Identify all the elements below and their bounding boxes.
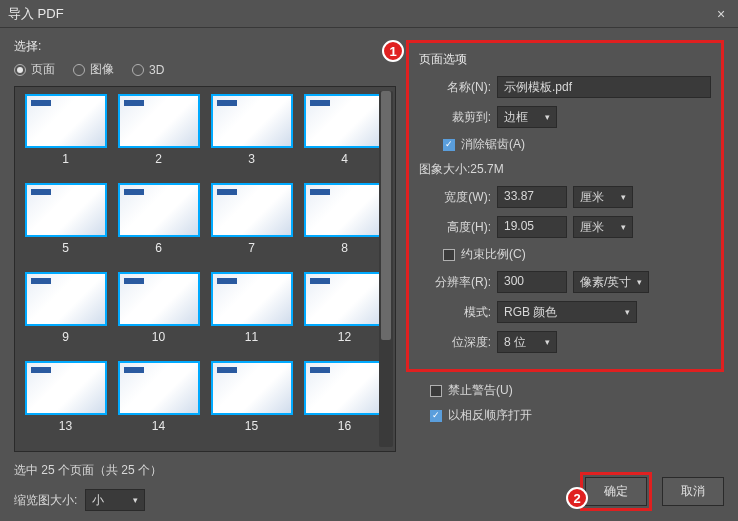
chevron-down-icon: ▾ [545, 337, 550, 347]
thumbnail-cell[interactable]: 8 [298, 180, 391, 269]
chevron-down-icon: ▾ [621, 222, 626, 232]
thumbnail-number: 2 [155, 152, 162, 166]
thumbnail-cell[interactable]: 11 [205, 269, 298, 358]
chevron-down-icon: ▾ [133, 495, 138, 505]
thumbnail-number: 13 [59, 419, 72, 433]
thumbnail [211, 272, 293, 326]
thumbnail [304, 272, 386, 326]
preview-size-label: 缩览图大小: [14, 492, 77, 509]
thumbnail [304, 94, 386, 148]
cropto-label: 裁剪到: [419, 109, 491, 126]
preview-size-select[interactable]: 小▾ [85, 489, 145, 511]
image-size-title: 图象大小:25.7M [419, 161, 711, 178]
resolution-unit-select[interactable]: 像素/英寸▾ [573, 271, 649, 293]
thumbnail-cell[interactable]: 15 [205, 358, 298, 447]
thumbnails-grid[interactable]: 12345678910111213141516 [15, 87, 395, 451]
radio-page[interactable]: 页面 [14, 61, 55, 78]
thumbnail-number: 7 [248, 241, 255, 255]
thumbnail-cell[interactable]: 16 [298, 358, 391, 447]
width-field[interactable]: 33.87 [497, 186, 567, 208]
page-options-panel: 页面选项 名称(N): 示例模板.pdf 裁剪到: 边框▾ 消除锯齿(A) 图象… [406, 40, 724, 372]
thumbnail-number: 6 [155, 241, 162, 255]
antialias-label: 消除锯齿(A) [461, 136, 525, 153]
scrollbar[interactable] [379, 91, 393, 447]
select-label: 选择: [14, 38, 396, 55]
name-field[interactable]: 示例模板.pdf [497, 76, 711, 98]
reverse-label: 以相反顺序打开 [448, 407, 532, 424]
suppress-label: 禁止警告(U) [448, 382, 513, 399]
thumbnail-cell[interactable]: 1 [19, 91, 112, 180]
thumbnail-cell[interactable]: 2 [112, 91, 205, 180]
chevron-down-icon: ▾ [621, 192, 626, 202]
thumbnail-number: 4 [341, 152, 348, 166]
bitdepth-label: 位深度: [419, 334, 491, 351]
thumbnail [25, 361, 107, 415]
constrain-checkbox[interactable] [443, 249, 455, 261]
thumbnail-number: 1 [62, 152, 69, 166]
suppress-checkbox[interactable] [430, 385, 442, 397]
thumbnail [25, 183, 107, 237]
thumbnail-cell[interactable]: 13 [19, 358, 112, 447]
thumbnail-number: 8 [341, 241, 348, 255]
mode-select[interactable]: RGB 颜色▾ [497, 301, 637, 323]
thumbnail [118, 272, 200, 326]
thumbnail-cell[interactable]: 3 [205, 91, 298, 180]
thumbnail-cell[interactable]: 6 [112, 180, 205, 269]
radio-image[interactable]: 图像 [73, 61, 114, 78]
mode-label: 模式: [419, 304, 491, 321]
annotation-marker-2: 2 [566, 487, 588, 509]
annotation-marker-1: 1 [382, 40, 404, 62]
scrollbar-thumb[interactable] [381, 91, 391, 340]
left-panel: 选择: 页面 图像 3D 12345678910111213141516 选中 … [0, 28, 400, 521]
height-field[interactable]: 19.05 [497, 216, 567, 238]
thumbnail [118, 361, 200, 415]
page-options-title: 页面选项 [419, 51, 711, 68]
chevron-down-icon: ▾ [625, 307, 630, 317]
thumbnail-cell[interactable]: 9 [19, 269, 112, 358]
thumbnail-cell[interactable]: 4 [298, 91, 391, 180]
chevron-down-icon: ▾ [545, 112, 550, 122]
width-unit-select[interactable]: 厘米▾ [573, 186, 633, 208]
thumbnail-number: 10 [152, 330, 165, 344]
cropto-select[interactable]: 边框▾ [497, 106, 557, 128]
thumbnail [211, 94, 293, 148]
radio-3d-label: 3D [149, 63, 164, 77]
chevron-down-icon: ▾ [637, 277, 642, 287]
thumbnail [118, 94, 200, 148]
thumbnail-number: 16 [338, 419, 351, 433]
thumbnail-cell[interactable]: 7 [205, 180, 298, 269]
close-icon[interactable]: × [712, 5, 730, 23]
thumbnail [25, 272, 107, 326]
thumbnail-cell[interactable]: 5 [19, 180, 112, 269]
reverse-checkbox[interactable] [430, 410, 442, 422]
thumbnail [118, 183, 200, 237]
thumbnail-number: 11 [245, 330, 258, 344]
height-unit-select[interactable]: 厘米▾ [573, 216, 633, 238]
cancel-button[interactable]: 取消 [662, 477, 724, 506]
thumbnail [25, 94, 107, 148]
resolution-label: 分辨率(R): [419, 274, 491, 291]
radio-dot-icon [132, 64, 144, 76]
thumbnail [304, 183, 386, 237]
thumbnail [304, 361, 386, 415]
height-label: 高度(H): [419, 219, 491, 236]
window-title: 导入 PDF [8, 5, 712, 23]
ok-button[interactable]: 确定 [585, 477, 647, 506]
dialog-buttons: 确定 取消 [580, 472, 724, 511]
radio-3d[interactable]: 3D [132, 63, 164, 77]
thumbnail-number: 3 [248, 152, 255, 166]
name-label: 名称(N): [419, 79, 491, 96]
thumbnail-cell[interactable]: 10 [112, 269, 205, 358]
thumbnail-number: 9 [62, 330, 69, 344]
thumbnail-cell[interactable]: 14 [112, 358, 205, 447]
thumbnail-number: 15 [245, 419, 258, 433]
width-label: 宽度(W): [419, 189, 491, 206]
bitdepth-select[interactable]: 8 位▾ [497, 331, 557, 353]
titlebar: 导入 PDF × [0, 0, 738, 28]
antialias-checkbox[interactable] [443, 139, 455, 151]
thumbnail-cell[interactable]: 12 [298, 269, 391, 358]
thumbnail [211, 361, 293, 415]
thumbnail-number: 5 [62, 241, 69, 255]
thumbnail-number: 12 [338, 330, 351, 344]
resolution-field[interactable]: 300 [497, 271, 567, 293]
